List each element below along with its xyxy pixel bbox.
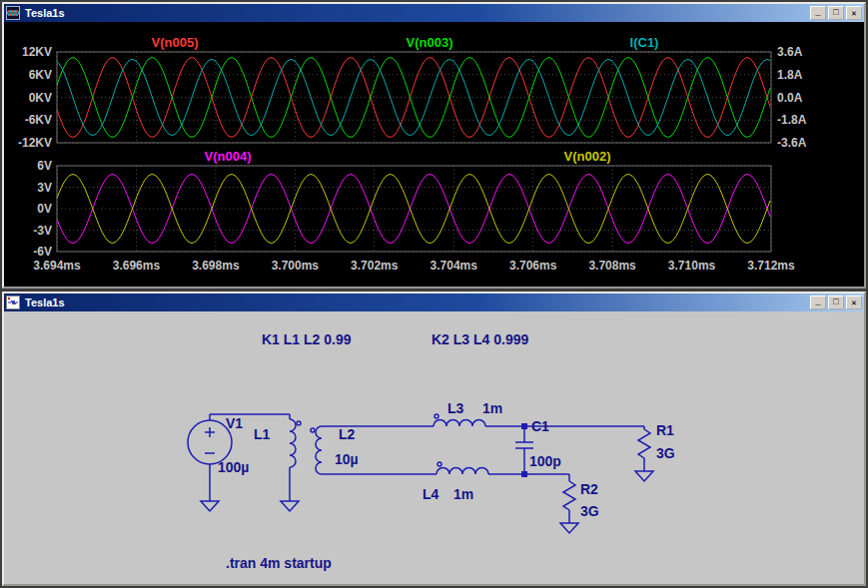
x-tick-label: 3.702ms xyxy=(351,259,399,273)
schematic-window-title: Tesla1s xyxy=(22,296,808,308)
y-tick-label: -3.6A xyxy=(777,136,807,150)
label-c1-name[interactable]: C1 xyxy=(531,418,549,434)
trace-label[interactable]: I(C1) xyxy=(630,35,659,50)
maximize-button[interactable]: □ xyxy=(828,6,844,20)
waveform-plot-area[interactable]: 12KV6KV0KV-6KV-12KV3.6A1.8A0.0A-1.8A-3.6… xyxy=(4,22,864,287)
x-tick-label: 3.694ms xyxy=(33,259,81,273)
y-tick-label: -12KV xyxy=(18,136,52,150)
minimize-button[interactable]: _ xyxy=(810,6,826,20)
label-l2-value[interactable]: 10µ xyxy=(335,451,359,467)
y-tick-label: 6V xyxy=(37,159,52,173)
y-tick-label: -6KV xyxy=(25,113,52,127)
phase-dot-icon xyxy=(437,462,441,466)
directive-k1[interactable]: K1 L1 L2 0.99 xyxy=(262,331,352,347)
y-tick-label: -6V xyxy=(33,245,52,259)
schematic-canvas[interactable]: K1 L1 L2 0.99 K2 L3 L4 0.999 xyxy=(4,311,864,584)
schematic-window-icon[interactable] xyxy=(6,295,20,309)
label-c1-value[interactable]: 100p xyxy=(529,453,561,469)
waveform-window-title: Tesla1s xyxy=(22,7,808,19)
label-l2-name[interactable]: L2 xyxy=(339,426,356,442)
trace-label[interactable]: V(n003) xyxy=(407,35,453,50)
label-l1-name[interactable]: L1 xyxy=(254,426,271,442)
trace-label[interactable]: V(n002) xyxy=(564,149,611,164)
component-l1[interactable] xyxy=(290,419,301,467)
y-tick-label: 3V xyxy=(37,181,52,195)
y-tick-label: -3V xyxy=(33,224,52,238)
label-l3-value[interactable]: 1m xyxy=(482,400,502,416)
close-button[interactable]: ✕ xyxy=(846,6,862,20)
schematic-window: Tesla1s _ □ ✕ K1 L1 L2 0.99 K2 L3 L4 0.9… xyxy=(2,292,866,586)
label-l4-name[interactable]: L4 xyxy=(423,486,439,502)
plot-pane-border xyxy=(57,166,771,252)
junction-dot xyxy=(521,471,527,477)
waveform-window: Tesla1s _ □ ✕ 12KV6KV0KV-6KV-12KV3.6A1.8… xyxy=(2,2,866,289)
waveform-window-icon[interactable] xyxy=(6,6,20,20)
x-tick-label: 3.696ms xyxy=(113,259,161,273)
ground-symbol[interactable] xyxy=(281,501,299,511)
ground-symbol[interactable] xyxy=(560,523,578,533)
x-tick-label: 3.704ms xyxy=(431,259,478,273)
label-r1-name[interactable]: R1 xyxy=(656,422,674,438)
schematic-content: K1 L1 L2 0.99 K2 L3 L4 0.999 xyxy=(4,311,864,584)
close-button[interactable]: ✕ xyxy=(846,295,862,309)
component-l4[interactable] xyxy=(436,462,488,474)
schematic-window-titlebar[interactable]: Tesla1s _ □ ✕ xyxy=(4,294,864,311)
plot-pane-border xyxy=(57,52,771,143)
y-tick-label: 12KV xyxy=(22,45,52,59)
label-r2-name[interactable]: R2 xyxy=(580,481,598,497)
component-r2[interactable] xyxy=(563,481,575,510)
label-l3-name[interactable]: L3 xyxy=(447,400,464,416)
x-tick-label: 3.712ms xyxy=(747,259,795,273)
junction-dot xyxy=(521,423,527,429)
waveform-plot-content: 12KV6KV0KV-6KV-12KV3.6A1.8A0.0A-1.8A-3.6… xyxy=(4,22,864,287)
component-l2[interactable] xyxy=(311,426,322,474)
component-r1[interactable] xyxy=(638,429,650,458)
x-tick-label: 3.700ms xyxy=(272,259,320,273)
label-l1-value[interactable]: 100µ xyxy=(218,459,249,475)
ground-symbol[interactable] xyxy=(201,501,219,511)
y-tick-label: 0KV xyxy=(29,91,52,105)
y-tick-label: 1.8A xyxy=(777,68,803,82)
waveform-window-titlebar[interactable]: Tesla1s _ □ ✕ xyxy=(4,4,864,22)
directive-k2[interactable]: K2 L3 L4 0.999 xyxy=(432,331,528,347)
phase-dot-icon xyxy=(311,428,315,432)
x-tick-label: 3.708ms xyxy=(588,259,636,273)
x-tick-label: 3.710ms xyxy=(668,259,716,273)
ground-symbol[interactable] xyxy=(635,471,653,481)
trace-label[interactable]: V(n005) xyxy=(152,35,199,50)
y-tick-label: 6KV xyxy=(29,68,52,82)
y-tick-label: -1.8A xyxy=(777,113,807,127)
y-tick-label: 0V xyxy=(37,202,52,216)
component-c1[interactable] xyxy=(515,442,533,448)
trace-label[interactable]: V(n004) xyxy=(205,149,252,164)
label-r1-value[interactable]: 3G xyxy=(656,445,675,461)
maximize-button[interactable]: □ xyxy=(828,295,844,309)
minimize-button[interactable]: _ xyxy=(810,295,826,309)
x-tick-label: 3.698ms xyxy=(192,259,240,273)
label-l4-value[interactable]: 1m xyxy=(453,486,473,502)
y-tick-label: 0.0A xyxy=(777,91,803,105)
label-v1-name[interactable]: V1 xyxy=(226,415,243,431)
label-r2-value[interactable]: 3G xyxy=(580,503,599,519)
y-tick-label: 3.6A xyxy=(777,45,803,59)
phase-dot-icon xyxy=(434,414,438,418)
phase-dot-icon xyxy=(297,421,301,425)
x-tick-label: 3.706ms xyxy=(509,259,557,273)
directive-tran[interactable]: .tran 4m startup xyxy=(226,555,332,571)
wires[interactable] xyxy=(210,414,644,523)
